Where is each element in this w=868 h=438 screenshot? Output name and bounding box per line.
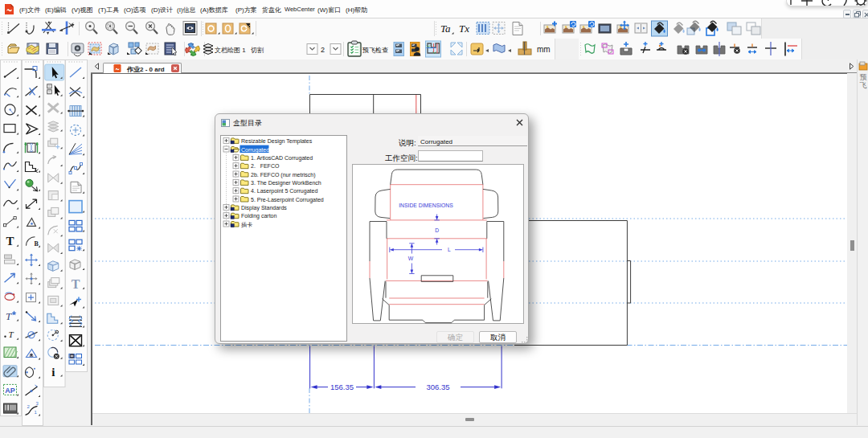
svg-text:AP: AP [5, 387, 15, 395]
svg-text:306.35: 306.35 [426, 383, 449, 391]
svg-text:文档绘图 1: 文档绘图 1 [215, 47, 246, 54]
svg-text:2: 2 [321, 46, 325, 54]
svg-text:Folding carton: Folding carton [241, 213, 276, 219]
svg-text:切割: 切割 [250, 47, 264, 54]
svg-text:INSIDE DIMENSIONS: INSIDE DIMENSIONS [399, 203, 453, 208]
svg-text:3. The Designer WorkBench: 3. The Designer WorkBench [251, 180, 321, 186]
svg-text:Display Standards: Display Standards [241, 205, 287, 211]
svg-text:预飞检查: 预飞检查 [362, 47, 388, 54]
svg-text:B: B [35, 240, 39, 248]
svg-text:156.35: 156.35 [330, 383, 354, 391]
svg-text:插卡: 插卡 [241, 222, 252, 228]
svg-text:T: T [6, 310, 12, 322]
svg-text:i: i [51, 366, 55, 379]
svg-text:2. FEFCO: 2. FEFCO [251, 163, 280, 169]
svg-text:Corrugated: Corrugated [241, 147, 269, 154]
svg-text:1. ArtiosCAD Corrugated: 1. ArtiosCAD Corrugated [251, 155, 313, 162]
svg-text:mm: mm [537, 45, 551, 54]
svg-text:T: T [6, 235, 14, 248]
svg-text:T: T [8, 330, 14, 339]
svg-text:5. Pre-Laserpoint Corrugated: 5. Pre-Laserpoint Corrugated [251, 197, 324, 203]
svg-text:D: D [435, 227, 439, 233]
svg-text:T: T [72, 277, 80, 291]
svg-text:2b. FEFCO (nur metrisch): 2b. FEFCO (nur metrisch) [251, 172, 316, 178]
svg-text:W: W [408, 256, 414, 261]
svg-text:Resizable Design Templates: Resizable Design Templates [241, 138, 313, 145]
svg-text:Ta: Ta [440, 23, 451, 35]
svg-text:Tx: Tx [459, 23, 469, 35]
svg-text:4. Laserpoint 5 Corrugated: 4. Laserpoint 5 Corrugated [251, 188, 317, 194]
svg-text:L: L [448, 247, 451, 252]
